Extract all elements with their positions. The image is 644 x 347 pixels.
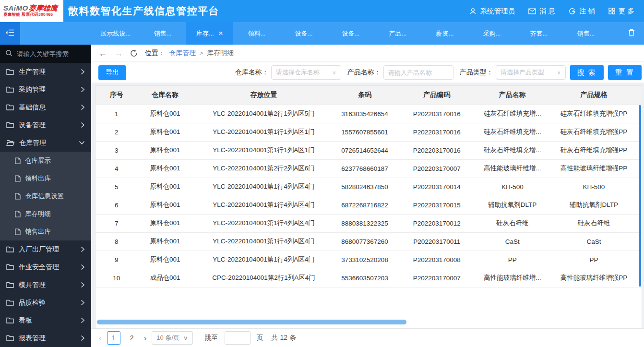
sidebar-menu: 生产管理采购管理基础信息设备管理仓库管理仓库展示领料出库仓库信息设置库存明细销售…	[0, 63, 91, 347]
tab-item-0[interactable]: 展示线设...	[92, 22, 139, 45]
pagination-bar: ‹ 12 › 10 条/页 ∨ 跳至 页 共 12 条	[91, 328, 644, 347]
refresh-button[interactable]	[130, 49, 138, 57]
breadcrumb-parent-link[interactable]: 仓库管理	[169, 49, 196, 58]
document-icon	[15, 157, 21, 164]
sidebar-subitem-2[interactable]: 仓库信息设置	[0, 187, 91, 205]
tab-item-8[interactable]: 采购...	[468, 22, 515, 45]
table-cell: 9	[95, 251, 138, 269]
logout-button[interactable]: 注 销	[569, 7, 595, 16]
table-row[interactable]: 9原料仓001YLC-20220104001第1行4列A区4门373310252…	[95, 251, 642, 269]
search-button[interactable]: 搜 索	[570, 65, 604, 80]
table-cell: P202203170011	[395, 232, 479, 251]
sidebar-item-label: 设备管理	[19, 121, 76, 130]
warehouse-select[interactable]: 请选择仓库名称 ∨	[271, 65, 341, 80]
product-type-select[interactable]: 请选择产品类型 ∨	[496, 65, 566, 80]
header-actions: 系统管理员 消 息 注 销 更 多	[469, 7, 644, 16]
tab-item-1[interactable]: 销售...	[139, 22, 186, 45]
brand-name: SAiMO赛摩雄鹰	[3, 4, 63, 12]
sidebar-item-4[interactable]: 仓库管理	[0, 134, 91, 152]
table-row[interactable]: 1原料仓001YLC-20220104001第2行1列A区5门316303542…	[95, 105, 642, 123]
table-header-row: 序号仓库名称存放位置条码产品编码产品名称产品规格	[95, 86, 642, 105]
column-header-2[interactable]: 存放位置	[193, 86, 335, 105]
chevron-down-icon: ∨	[557, 70, 561, 76]
tab-item-5[interactable]: 设备...	[327, 22, 374, 45]
grid-icon	[608, 8, 615, 14]
column-header-1[interactable]: 仓库名称	[138, 86, 193, 105]
sidebar-subitem-4[interactable]: 销售出库	[0, 223, 91, 240]
sidebar-item-9[interactable]: 看板	[0, 311, 91, 329]
page-number-list: 12	[107, 331, 139, 345]
sidebar-item-0[interactable]: 生产管理	[0, 63, 91, 81]
horizontal-scrollbar[interactable]	[97, 320, 406, 324]
tab-label: 采购...	[483, 29, 501, 38]
sidebar-item-3[interactable]: 设备管理	[0, 116, 91, 134]
table-cell: YLC-20220104001第2行1列A区5门	[193, 105, 335, 123]
table-cell: 高性能玻璃纤维增...	[479, 159, 546, 178]
page-size-value: 10 条/页	[156, 334, 179, 342]
vertical-scrollbar[interactable]	[639, 105, 641, 287]
table-cell: 原料仓001	[138, 214, 193, 232]
tab-item-2[interactable]: 库存...✕	[186, 22, 233, 45]
column-header-3[interactable]: 条码	[334, 86, 394, 105]
sidebar-item-10[interactable]: 报表管理	[0, 329, 91, 347]
tab-item-10[interactable]: 销售...	[562, 22, 609, 45]
table-cell: 硅灰石纤维	[546, 214, 642, 232]
table-row[interactable]: 3原料仓001YLC-20220104001第1行1列A区1门072651465…	[95, 141, 642, 159]
product-type-select-placeholder: 请选择产品类型	[501, 68, 557, 77]
table-row[interactable]: 2原料仓001YLC-20220104001第1行1列A区1门155760785…	[95, 123, 642, 141]
prev-page-button[interactable]: ‹	[99, 334, 102, 342]
table-row[interactable]: 4原料仓001YLC-20220104001第2行2列A区6门623776866…	[95, 159, 642, 178]
sidebar-collapse-button[interactable]	[0, 22, 20, 45]
export-button[interactable]: 导出	[98, 65, 126, 80]
close-all-tabs-button[interactable]	[619, 22, 644, 45]
jump-page-input[interactable]	[225, 331, 250, 345]
table-cell: KH-500	[479, 178, 546, 196]
tab-label: 设备...	[295, 29, 313, 38]
sidebar-subitem-0[interactable]: 仓库展示	[0, 152, 91, 169]
product-name-input[interactable]	[388, 69, 449, 76]
sidebar-item-5[interactable]: 入厂出厂管理	[0, 240, 91, 258]
page-size-select[interactable]: 10 条/页 ∨	[152, 331, 192, 345]
page-number-2[interactable]: 2	[125, 331, 139, 345]
table-cell: 辅助抗氧剂DLTP	[479, 196, 546, 214]
tab-item-6[interactable]: 产品...	[374, 22, 421, 45]
table-row[interactable]: 10成品仓001CPC-20220104001第2行1列A区4门55366035…	[95, 269, 642, 287]
reset-button[interactable]: 重 置	[608, 65, 642, 80]
forward-button[interactable]: →	[114, 49, 123, 58]
folder-icon	[6, 104, 14, 110]
tab-item-9[interactable]: 齐套...	[515, 22, 562, 45]
tab-item-3[interactable]: 领料...	[233, 22, 280, 45]
table-row[interactable]: 7原料仓001YLC-20220104001第1行4列A区4门888038132…	[95, 214, 642, 232]
next-page-button[interactable]: ›	[144, 334, 147, 342]
sidebar-item-6[interactable]: 作业安全管理	[0, 258, 91, 276]
column-header-6[interactable]: 产品规格	[546, 86, 642, 105]
back-button[interactable]: ←	[98, 49, 107, 58]
table-row[interactable]: 8原料仓001YLC-20220104001第1行4列A区4门868007736…	[95, 232, 642, 251]
tab-close-icon[interactable]: ✕	[218, 30, 223, 37]
table-row[interactable]: 5原料仓001YLC-20220104001第1行4列A区4门582802463…	[95, 178, 642, 196]
sidebar-subitem-1[interactable]: 领料出库	[0, 169, 91, 187]
column-header-5[interactable]: 产品名称	[479, 86, 546, 105]
more-button[interactable]: 更 多	[608, 7, 634, 16]
user-menu[interactable]: 系统管理员	[469, 7, 515, 16]
document-icon	[15, 175, 21, 182]
sidebar-item-label: 基础信息	[19, 103, 76, 112]
trash-icon	[628, 29, 635, 38]
sidebar-item-2[interactable]: 基础信息	[0, 98, 91, 116]
table-cell: YLC-20220104001第1行4列A区4门	[193, 232, 335, 251]
messages-button[interactable]: 消 息	[528, 7, 555, 16]
table-row[interactable]: 6原料仓001YLC-20220104001第1行4列A区4门687226871…	[95, 196, 642, 214]
sidebar-item-8[interactable]: 品质检验	[0, 294, 91, 311]
tab-item-4[interactable]: 设备...	[280, 22, 327, 45]
page-number-1[interactable]: 1	[107, 331, 120, 345]
sidebar-item-1[interactable]: 采购管理	[0, 81, 91, 98]
sidebar-subitem-3[interactable]: 库存明细	[0, 205, 91, 223]
column-header-0[interactable]: 序号	[95, 86, 138, 105]
table-cell: 硅灰石纤维填充增...	[479, 141, 546, 159]
sidebar-search-input[interactable]	[17, 50, 86, 58]
table-cell: CaSt	[479, 232, 546, 251]
column-header-4[interactable]: 产品编码	[395, 86, 479, 105]
sidebar-item-label: 品质检验	[19, 299, 76, 307]
tab-item-7[interactable]: 薪资...	[421, 22, 468, 45]
sidebar-item-7[interactable]: 模具管理	[0, 276, 91, 294]
